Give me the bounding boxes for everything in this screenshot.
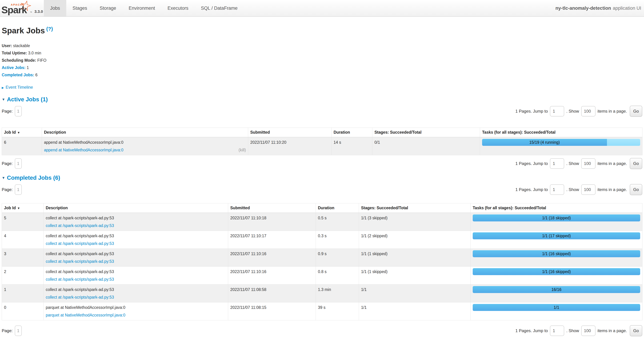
tab-sql-dataframe[interactable]: SQL / DataFrame [194, 0, 244, 16]
jump-to-input[interactable]: 1 [550, 106, 564, 116]
pages-info: 1 Pages. Jump to [515, 187, 548, 192]
pages-info: 1 Pages. Jump to [515, 109, 548, 114]
table-row: 6 append at NativeMethodAccessorImpl.jav… [2, 137, 642, 155]
description-cell: collect at /spark-scripts/spark-ad.py:53… [44, 213, 228, 231]
job-description-link[interactable]: collect at /spark-scripts/spark-ad.py:53 [46, 293, 114, 301]
job-description-link[interactable]: collect at /spark-scripts/spark-ad.py:53 [46, 276, 114, 283]
column-header[interactable]: Submitted [248, 128, 332, 137]
help-link[interactable]: (?) [46, 26, 53, 32]
tasks-cell: 1/1 (18 skipped) [470, 213, 642, 231]
job-summary: User: stackable Total Uptime: 3.0 min Sc… [2, 42, 642, 78]
column-header[interactable]: Duration [316, 203, 359, 213]
completed-jobs-section-title: Completed Jobs (6) [7, 175, 60, 181]
stages-cell: 1/1 (2 skipped) [359, 231, 470, 249]
job-description-row2: collect at /spark-scripts/spark-ad.py:53 [46, 276, 226, 283]
tasks-progress-bar: 16/16 [473, 286, 640, 293]
tab-storage[interactable]: Storage [94, 0, 122, 16]
sort-arrow-icon: ▼ [17, 131, 20, 134]
column-header[interactable]: Duration [332, 128, 372, 137]
column-header[interactable]: Job Id▼ [2, 203, 44, 213]
job-description-row2: collect at /spark-scripts/spark-ad.py:53 [46, 240, 226, 247]
duration-cell: 0.5 s [316, 213, 359, 231]
show-items-input[interactable]: 100 [581, 106, 596, 116]
tab-environment[interactable]: Environment [122, 0, 162, 16]
stages-cell: 1/1 (3 skipped) [359, 213, 470, 231]
job-id-cell: 3 [2, 249, 44, 267]
column-header[interactable]: Tasks (for all stages): Succeeded/Total [470, 203, 642, 213]
jump-to-input[interactable]: 1 [550, 158, 564, 169]
table-row: 4 collect at /spark-scripts/spark-ad.py:… [2, 231, 642, 249]
pagination-controls: 1 Pages. Jump to 1 . Show 100 items in a… [515, 158, 642, 169]
tab-jobs[interactable]: Jobs [44, 0, 66, 16]
job-id-cell: 1 [2, 285, 44, 303]
column-header[interactable]: Description [44, 203, 228, 213]
tasks-progress-label: 1/1 (16 skipped) [542, 250, 571, 257]
description-cell: collect at /spark-scripts/spark-ad.py:53… [44, 231, 228, 249]
job-description-link[interactable]: collect at /spark-scripts/spark-ad.py:53 [46, 240, 114, 247]
page-input[interactable]: 1 [15, 158, 22, 169]
page-input[interactable]: 1 [15, 106, 22, 116]
items-label: items in a page. [598, 161, 627, 166]
summary-completed-jobs: Completed Jobs: 6 [2, 71, 642, 78]
job-description-link[interactable]: append at NativeMethodAccessorImpl.java:… [44, 146, 123, 154]
trademark-symbol: ™ [30, 11, 32, 13]
column-header[interactable]: Stages: Succeeded/Total [372, 128, 480, 137]
column-header[interactable]: Job Id▼ [2, 128, 42, 137]
show-label: . Show [566, 328, 579, 333]
table-row: 2 collect at /spark-scripts/spark-ad.py:… [2, 267, 642, 285]
kill-link[interactable]: (kill) [238, 146, 246, 154]
tasks-progress-bar: 1/1 (16 skipped) [473, 250, 640, 257]
page-selector: Page: 1 [2, 106, 22, 116]
job-description-link[interactable]: parquet at NativeMethodAccessorImpl.java… [46, 311, 126, 319]
uptime-label: Total Uptime: [2, 51, 27, 55]
page-label: Page: [2, 109, 13, 114]
job-description: parquet at NativeMethodAccessorImpl.java… [46, 304, 226, 311]
active-jobs-count: 1 [26, 65, 29, 70]
pagination-row: Page: 1 1 Pages. Jump to 1 . Show 100 it… [2, 158, 642, 169]
tasks-progress-fill: 1/1 (17 skipped) [473, 232, 640, 239]
pagination-controls: 1 Pages. Jump to 1 . Show 100 items in a… [515, 325, 642, 336]
go-button[interactable]: Go [630, 158, 642, 169]
tasks-progress-bar: 1/1 (17 skipped) [473, 232, 640, 239]
active-jobs-link[interactable]: Active Jobs: [2, 65, 26, 70]
spark-logo[interactable]: ☆ APACHE Spark ™ 3.3.0 [0, 0, 44, 16]
duration-cell: 0.9 s [316, 249, 359, 267]
uptime-value: 3.0 min [28, 51, 41, 55]
page-input[interactable]: 1 [15, 326, 22, 336]
submitted-cell: 2022/11/07 11:08:58 [228, 285, 316, 303]
jump-to-input[interactable]: 1 [550, 326, 564, 336]
column-header[interactable]: Tasks (for all stages): Succeeded/Total [480, 128, 642, 137]
active-jobs-section-header[interactable]: ▼Active Jobs (1) [2, 96, 642, 103]
jump-to-input[interactable]: 1 [550, 184, 564, 195]
show-label: . Show [566, 161, 579, 166]
pagination-controls: 1 Pages. Jump to 1 . Show 100 items in a… [515, 106, 642, 117]
application-name: ny-tlc-anomaly-detection [556, 5, 611, 11]
tab-stages[interactable]: Stages [66, 0, 94, 16]
show-items-input[interactable]: 100 [581, 326, 596, 336]
tasks-cell: 1/1 (16 skipped) [470, 249, 642, 267]
column-header[interactable]: Stages: Succeeded/Total [359, 203, 470, 213]
go-button[interactable]: Go [630, 184, 642, 195]
column-header[interactable]: Description [42, 128, 248, 137]
summary-uptime: Total Uptime: 3.0 min [2, 49, 642, 57]
completed-jobs-section-header[interactable]: ▼Completed Jobs (6) [2, 174, 642, 181]
job-id-cell: 5 [2, 213, 44, 231]
tasks-cell: 16/16 [470, 285, 642, 303]
summary-active-jobs: Active Jobs: 1 [2, 64, 642, 71]
tab-executors[interactable]: Executors [161, 0, 194, 16]
page-input[interactable]: 1 [15, 184, 22, 195]
column-header[interactable]: Submitted [228, 203, 316, 213]
completed-jobs-link[interactable]: Completed Jobs: [2, 73, 34, 77]
job-id-cell: 4 [2, 231, 44, 249]
go-button[interactable]: Go [630, 325, 642, 336]
completed-jobs-table: Job Id▼DescriptionSubmittedDurationStage… [2, 203, 642, 320]
pages-info: 1 Pages. Jump to [515, 161, 548, 166]
page-selector: Page: 1 [2, 158, 22, 169]
job-description-link[interactable]: collect at /spark-scripts/spark-ad.py:53 [46, 258, 114, 265]
go-button[interactable]: Go [630, 106, 642, 117]
event-timeline-toggle[interactable]: ▶Event Timeline [2, 85, 642, 90]
job-description-link[interactable]: collect at /spark-scripts/spark-ad.py:53 [46, 222, 114, 229]
show-items-input[interactable]: 100 [581, 184, 596, 195]
submitted-cell: 2022/11/07 11:10:16 [228, 249, 316, 267]
show-items-input[interactable]: 100 [581, 158, 596, 169]
